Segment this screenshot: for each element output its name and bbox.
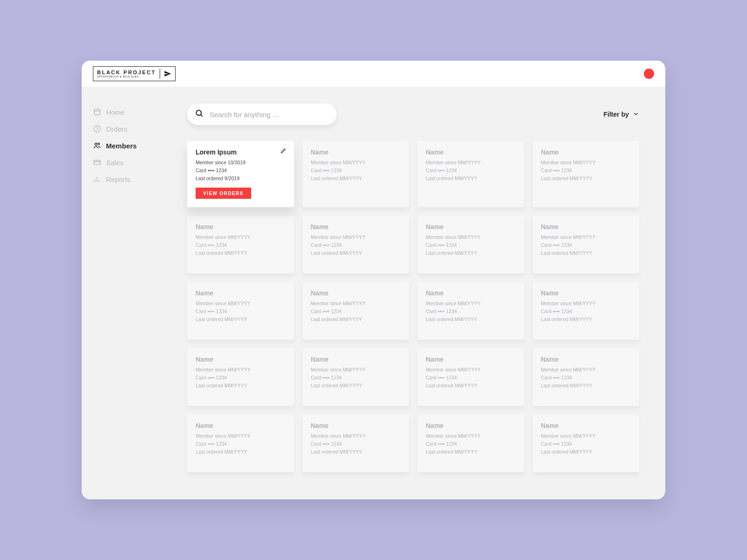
- svg-rect-0: [94, 109, 100, 115]
- member-card[interactable]: NameMember since MM/YYYYCard •••• 1234La…: [303, 282, 409, 340]
- member-card-number: Card •••• 1234: [426, 440, 516, 448]
- sidebar-item-label: Members: [106, 142, 137, 150]
- sidebar-item-label: Sales: [106, 159, 124, 167]
- member-card[interactable]: NameMember since MM/YYYYCard •••• 1234La…: [303, 348, 409, 406]
- clock-icon: [93, 125, 101, 133]
- filter-label: Filter by: [604, 111, 629, 118]
- member-card[interactable]: NameMember since MM/YYYYCard •••• 1234La…: [533, 282, 640, 340]
- pencil-icon: [280, 147, 287, 156]
- filter-dropdown[interactable]: Filter by: [604, 111, 639, 119]
- member-since: Member since MM/YYYY: [196, 432, 286, 440]
- member-card[interactable]: NameMember since MM/YYYYCard •••• 1234La…: [417, 216, 524, 273]
- paper-plane-icon: [164, 70, 171, 77]
- sidebar-item-home[interactable]: Home: [93, 104, 161, 120]
- logo-text: BLACK PROJECT: [97, 70, 156, 75]
- main-content: Filter by Lorem IpsumMember since 10/201…: [161, 87, 665, 499]
- member-since: Member since MM/YYYY: [541, 233, 631, 241]
- member-card-number: Card •••• 1234: [196, 167, 286, 175]
- member-card[interactable]: NameMember since MM/YYYYCard •••• 1234La…: [187, 414, 294, 472]
- member-name: Name: [426, 148, 516, 156]
- sidebar-item-reports[interactable]: Reports: [93, 171, 161, 188]
- app-window: BLACK PROJECT SPONTANEOUS & WILD ALES Ho…: [82, 61, 665, 499]
- member-card[interactable]: NameMember since MM/YYYYCard •••• 1234La…: [417, 414, 524, 472]
- member-name: Name: [541, 289, 631, 297]
- svg-point-2: [95, 143, 97, 146]
- status-indicator-icon[interactable]: [644, 69, 654, 79]
- member-name: Name: [311, 356, 401, 363]
- member-card[interactable]: NameMember since MM/YYYYCard •••• 1234La…: [533, 141, 640, 207]
- logo-tagline: SPONTANEOUS & WILD ALES: [97, 76, 156, 78]
- member-last-ordered: Last ordered MM/YYYY: [311, 315, 401, 323]
- brand-logo[interactable]: BLACK PROJECT SPONTANEOUS & WILD ALES: [93, 66, 176, 81]
- member-card[interactable]: NameMember since MM/YYYYCard •••• 1234La…: [303, 414, 409, 472]
- member-card[interactable]: NameMember since MM/YYYYCard •••• 1234La…: [187, 216, 294, 273]
- member-card-number: Card •••• 1234: [311, 440, 401, 448]
- member-card-number: Card •••• 1234: [196, 241, 286, 249]
- member-last-ordered: Last ordered MM/YYYY: [311, 382, 401, 390]
- member-card[interactable]: NameMember since MM/YYYYCard •••• 1234La…: [303, 216, 409, 273]
- sidebar-item-sales[interactable]: Sales: [93, 154, 161, 171]
- member-card-number: Card •••• 1234: [541, 374, 631, 382]
- member-last-ordered: Last ordered MM/YYYY: [426, 249, 516, 257]
- member-since: Member since MM/YYYY: [311, 233, 401, 241]
- member-name: Name: [311, 223, 401, 231]
- member-last-ordered: Last ordered MM/YYYY: [311, 448, 401, 456]
- member-name: Name: [541, 148, 631, 156]
- member-last-ordered: Last ordered MM/YYYY: [426, 315, 516, 323]
- member-card-number: Card •••• 1234: [426, 374, 516, 382]
- member-card[interactable]: NameMember since MM/YYYYCard •••• 1234La…: [417, 348, 524, 406]
- member-since: Member since 10/2019: [196, 159, 286, 167]
- search-input[interactable]: [210, 111, 327, 119]
- main-header: Filter by: [187, 104, 639, 125]
- member-name: Name: [196, 422, 286, 429]
- member-last-ordered: Last ordered MM/YYYY: [541, 448, 631, 456]
- sidebar-item-orders[interactable]: Orders: [93, 120, 161, 137]
- member-card[interactable]: Lorem IpsumMember since 10/2019Card ••••…: [187, 141, 294, 207]
- sidebar: Home Orders Members Sales: [82, 87, 161, 499]
- member-card[interactable]: NameMember since MM/YYYYCard •••• 1234La…: [533, 414, 640, 472]
- member-card[interactable]: NameMember since MM/YYYYCard •••• 1234La…: [417, 282, 524, 340]
- member-card-number: Card •••• 1234: [426, 308, 516, 315]
- member-card[interactable]: NameMember since MM/YYYYCard •••• 1234La…: [417, 141, 524, 207]
- search-box[interactable]: [187, 104, 337, 125]
- member-card[interactable]: NameMember since MM/YYYYCard •••• 1234La…: [533, 216, 640, 273]
- member-last-ordered: Last ordered MM/YYYY: [196, 249, 286, 257]
- member-card-number: Card •••• 1234: [541, 308, 631, 315]
- sidebar-item-members[interactable]: Members: [93, 137, 161, 154]
- member-since: Member since MM/YYYY: [541, 366, 631, 374]
- users-icon: [93, 141, 101, 150]
- svg-point-5: [196, 110, 201, 115]
- member-name: Name: [541, 356, 631, 363]
- member-card-number: Card •••• 1234: [196, 374, 286, 382]
- edit-member-button[interactable]: [279, 147, 288, 156]
- member-card-number: Card •••• 1234: [311, 308, 401, 315]
- svg-point-3: [98, 143, 99, 145]
- member-since: Member since MM/YYYY: [311, 159, 401, 167]
- member-card[interactable]: NameMember since MM/YYYYCard •••• 1234La…: [533, 348, 640, 406]
- member-last-ordered: Last ordered MM/YYYY: [541, 382, 631, 390]
- member-name: Name: [311, 148, 401, 156]
- member-since: Member since MM/YYYY: [426, 300, 516, 308]
- member-name: Name: [196, 289, 286, 297]
- member-last-ordered: Last ordered MM/YYYY: [196, 315, 286, 323]
- member-card-number: Card •••• 1234: [426, 167, 516, 175]
- member-card-number: Card •••• 1234: [311, 167, 401, 175]
- member-last-ordered: Last ordered MM/YYYY: [311, 175, 401, 182]
- member-last-ordered: Last ordered 9/2019: [196, 175, 286, 182]
- member-name: Name: [426, 223, 516, 231]
- member-name: Lorem Ipsum: [196, 148, 286, 156]
- view-orders-button[interactable]: VIEW ORDERS: [196, 188, 251, 199]
- member-name: Name: [311, 422, 401, 429]
- member-card[interactable]: NameMember since MM/YYYYCard •••• 1234La…: [187, 348, 294, 406]
- member-since: Member since MM/YYYY: [311, 300, 401, 308]
- member-card[interactable]: NameMember since MM/YYYYCard •••• 1234La…: [187, 282, 294, 340]
- home-icon: [93, 108, 101, 116]
- member-last-ordered: Last ordered MM/YYYY: [426, 175, 516, 182]
- member-card-number: Card •••• 1234: [311, 241, 401, 249]
- member-since: Member since MM/YYYY: [541, 159, 631, 167]
- member-since: Member since MM/YYYY: [311, 432, 401, 440]
- member-card[interactable]: NameMember since MM/YYYYCard •••• 1234La…: [303, 141, 409, 207]
- member-last-ordered: Last ordered MM/YYYY: [426, 382, 516, 390]
- member-card-number: Card •••• 1234: [541, 440, 631, 448]
- member-last-ordered: Last ordered MM/YYYY: [196, 448, 286, 456]
